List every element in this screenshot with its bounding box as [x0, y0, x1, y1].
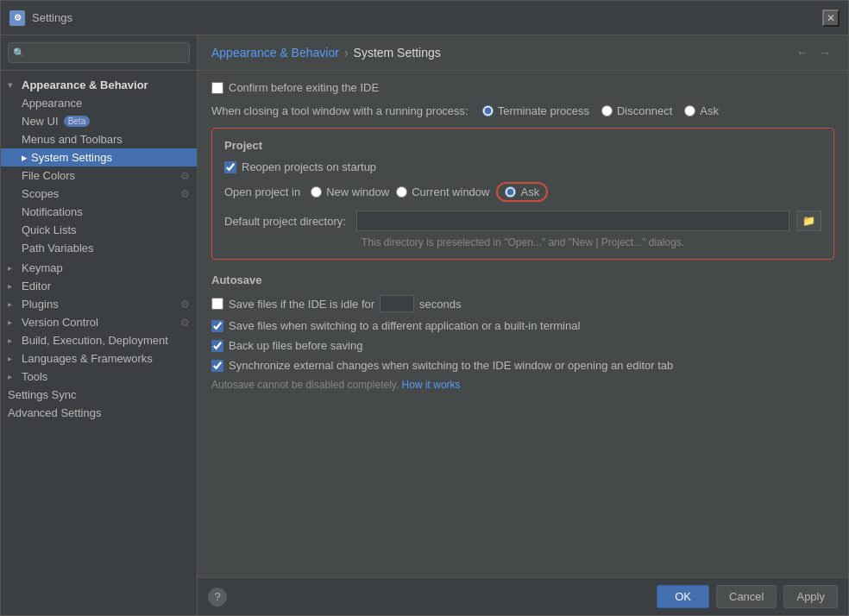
breadcrumb-current: System Settings — [354, 46, 441, 60]
collapse-arrow-icon: ▸ — [8, 281, 20, 291]
idle-label-before: Save files if the IDE is idle for — [229, 298, 374, 311]
tool-window-label: When closing a tool window with a runnin… — [211, 104, 469, 117]
panel-header: Appearance & Behavior › System Settings … — [198, 35, 848, 71]
disconnect-option[interactable]: Disconnect — [601, 104, 672, 117]
sidebar-group-label: Appearance & Behavior — [22, 79, 148, 91]
sidebar-item-appearance[interactable]: Appearance — [1, 94, 197, 112]
breadcrumb-parent[interactable]: Appearance & Behavior — [211, 46, 339, 60]
ask-project-radio[interactable] — [505, 186, 516, 198]
nav-arrows: ← → — [793, 44, 834, 61]
sidebar-item-appearance-behavior[interactable]: ▾ Appearance & Behavior — [1, 76, 197, 94]
sidebar-item-settings-sync[interactable]: Settings Sync — [1, 386, 197, 404]
switch-app-label: Save files when switching to a different… — [229, 319, 580, 332]
autosave-hint: Autosave cannot be disabled completely. … — [211, 379, 834, 391]
expand-arrow-icon: ▾ — [8, 80, 20, 90]
reopen-row: Reopen projects on startup — [224, 160, 821, 173]
titlebar: ⚙ Settings ✕ — [1, 1, 848, 35]
sidebar-item-notifications[interactable]: Notifications — [1, 203, 197, 221]
dir-row: Default project directory: 📁 — [224, 211, 821, 231]
sidebar-item-version-control[interactable]: ▸ Version Control ⚙ — [1, 313, 197, 331]
dir-label: Default project directory: — [224, 215, 346, 228]
idle-input[interactable]: 15 — [380, 295, 414, 312]
backup-checkbox[interactable] — [211, 340, 223, 352]
sidebar-item-scopes[interactable]: Scopes ⚙ — [1, 185, 197, 203]
confirm-exit-row: Confirm before exiting the IDE — [211, 81, 834, 94]
expand-arrow-active: ▸ — [22, 151, 28, 164]
autosave-title: Autosave — [211, 273, 834, 286]
dir-hint: This directory is preselected in "Open..… — [224, 236, 821, 248]
panel-body: Confirm before exiting the IDE When clos… — [198, 71, 848, 577]
how-it-works-link[interactable]: How it works — [402, 379, 461, 391]
forward-button[interactable]: → — [815, 44, 834, 61]
sidebar-item-keymap[interactable]: ▸ Keymap — [1, 259, 197, 277]
cancel-button[interactable]: Cancel — [716, 585, 777, 608]
switch-app-row: Save files when switching to a different… — [211, 319, 834, 332]
sidebar-item-system-settings[interactable]: ▸ System Settings — [1, 148, 197, 167]
collapse-arrow-icon: ▸ — [8, 299, 20, 309]
app-icon: ⚙ — [9, 10, 25, 26]
collapse-arrow-icon: ▸ — [8, 336, 20, 345]
sidebar-item-advanced-settings[interactable]: Advanced Settings — [1, 404, 197, 422]
tool-window-options: Terminate process Disconnect Ask — [482, 104, 719, 117]
backup-row: Back up files before saving — [211, 339, 834, 352]
dir-input[interactable] — [356, 211, 789, 231]
sync-checkbox[interactable] — [211, 360, 223, 372]
dir-browse-button[interactable]: 📁 — [796, 211, 821, 231]
search-box — [1, 35, 197, 71]
ok-button[interactable]: OK — [657, 585, 709, 608]
collapse-arrow-icon: ▸ — [8, 354, 20, 363]
disconnect-radio[interactable] — [601, 105, 613, 116]
right-panel: Appearance & Behavior › System Settings … — [198, 35, 848, 615]
new-window-radio[interactable] — [311, 186, 322, 198]
apply-button[interactable]: Apply — [783, 585, 838, 608]
sidebar-item-menus-toolbars[interactable]: Menus and Toolbars — [1, 130, 197, 148]
sidebar-item-quick-lists[interactable]: Quick Lists — [1, 221, 197, 239]
current-window-radio[interactable] — [396, 186, 407, 198]
close-button[interactable]: ✕ — [822, 9, 840, 27]
sidebar-item-path-variables[interactable]: Path Variables — [1, 239, 197, 257]
confirm-exit-checkbox[interactable] — [211, 82, 223, 94]
back-button[interactable]: ← — [793, 44, 812, 61]
collapse-arrow-icon: ▸ — [8, 372, 20, 381]
switch-app-checkbox[interactable] — [211, 320, 223, 332]
bottom-bar: ? OK Cancel Apply — [198, 577, 848, 615]
ask-radio[interactable] — [684, 105, 695, 116]
open-project-label: Open project in — [224, 185, 300, 198]
reopen-label[interactable]: Reopen projects on startup — [224, 160, 821, 173]
nav-section-appearance-behavior: ▾ Appearance & Behavior Appearance New U… — [1, 74, 197, 259]
collapse-arrow-icon: ▸ — [8, 317, 20, 327]
search-input[interactable] — [8, 42, 190, 63]
project-title: Project — [224, 139, 821, 152]
idle-label-after: seconds — [419, 298, 461, 311]
new-window-option[interactable]: New window — [311, 185, 389, 198]
main-content: ▾ Appearance & Behavior Appearance New U… — [1, 35, 848, 615]
current-window-option[interactable]: Current window — [396, 185, 489, 198]
project-box: Project Reopen projects on startup Open … — [211, 128, 834, 260]
sidebar: ▾ Appearance & Behavior Appearance New U… — [1, 35, 198, 615]
sidebar-item-tools[interactable]: ▸ Tools — [1, 368, 197, 386]
nav-tree: ▾ Appearance & Behavior Appearance New U… — [1, 71, 197, 615]
terminate-option[interactable]: Terminate process — [482, 104, 589, 117]
settings-icon: ⚙ — [180, 299, 190, 311]
settings-icon: ⚙ — [180, 317, 190, 329]
ask-option[interactable]: Ask — [684, 104, 719, 117]
sidebar-item-build-execution[interactable]: ▸ Build, Execution, Deployment — [1, 331, 197, 349]
sidebar-item-new-ui[interactable]: New UI Beta — [1, 112, 197, 130]
idle-row: Save files if the IDE is idle for 15 sec… — [211, 295, 834, 312]
breadcrumb: Appearance & Behavior › System Settings — [211, 46, 793, 60]
beta-badge: Beta — [64, 116, 91, 127]
window-title: Settings — [32, 11, 822, 24]
reopen-checkbox[interactable] — [224, 161, 236, 173]
search-wrapper — [8, 42, 190, 63]
settings-window: ⚙ Settings ✕ ▾ Appearance & Behavior — [0, 0, 849, 616]
sidebar-item-languages-frameworks[interactable]: ▸ Languages & Frameworks — [1, 349, 197, 368]
ask-project-option[interactable]: Ask — [496, 182, 548, 202]
sidebar-item-file-colors[interactable]: File Colors ⚙ — [1, 167, 197, 185]
sidebar-item-plugins[interactable]: ▸ Plugins ⚙ — [1, 295, 197, 313]
terminate-radio[interactable] — [482, 105, 494, 116]
idle-checkbox[interactable] — [211, 298, 223, 310]
sidebar-item-editor[interactable]: ▸ Editor — [1, 277, 197, 295]
settings-icon: ⚙ — [180, 170, 190, 182]
confirm-exit-label[interactable]: Confirm before exiting the IDE — [211, 81, 379, 94]
help-button[interactable]: ? — [208, 588, 227, 607]
